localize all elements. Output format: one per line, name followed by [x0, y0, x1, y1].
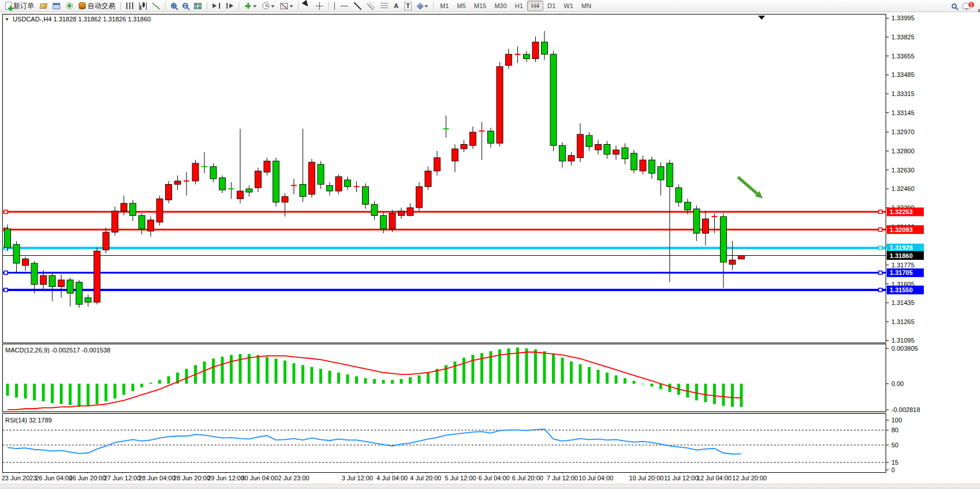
text-label-button[interactable]: T [401, 1, 415, 12]
candle-body [112, 211, 118, 232]
candle-body [299, 185, 306, 197]
line-chart-button[interactable] [149, 1, 163, 12]
hline-anchor-right[interactable] [879, 228, 882, 231]
price-tick: 1.33655 [891, 53, 915, 60]
signals-button[interactable] [63, 1, 76, 12]
zoom-out-button[interactable] [180, 1, 191, 12]
candle-body [130, 203, 136, 215]
fibonacci-button[interactable]: F [378, 1, 391, 12]
timeframe-m15-button[interactable]: M15 [470, 1, 490, 11]
vertical-line-icon [334, 2, 335, 10]
time-label: 28 Jun 04:00 [138, 475, 175, 481]
arrows-button[interactable] [415, 1, 431, 12]
auto-trading-label: 自动交易 [87, 1, 115, 11]
candle-body [460, 144, 467, 149]
candlestick-chart-button[interactable] [136, 1, 149, 12]
hline-anchor-left[interactable] [4, 271, 8, 274]
macd-bar [373, 379, 376, 384]
macd-bar [149, 383, 152, 384]
timeframe-m30-button[interactable]: M30 [491, 1, 511, 11]
macd-bar [266, 357, 269, 384]
price-tick: 1.31435 [891, 299, 915, 306]
candle-body [309, 162, 315, 194]
candle-body [94, 251, 100, 302]
timeframe-h4-button[interactable]: H4 [527, 1, 543, 11]
timeframe-mn-button[interactable]: MN [577, 1, 595, 11]
indicators-button[interactable] [242, 1, 259, 12]
time-label: 10 Jul 04:00 [579, 475, 613, 481]
candle-body [281, 197, 288, 203]
new-order-button[interactable]: 新订单 [2, 1, 37, 12]
rsi-tick: 0 [891, 466, 895, 473]
timeframe-h1-button[interactable]: H1 [511, 1, 527, 11]
hline-anchor-right[interactable] [879, 271, 882, 274]
macd-bar [615, 376, 617, 384]
macd-bar [292, 363, 295, 384]
crosshair-button[interactable] [313, 1, 326, 12]
hline-anchor-left[interactable] [4, 210, 8, 214]
bar-chart-button[interactable] [123, 1, 136, 12]
macd-bar [561, 358, 564, 384]
macd-bar [534, 350, 537, 384]
macd-bar [96, 384, 98, 404]
timeframe-bar: M1M5M15M30H1H4D1W1MN [436, 1, 595, 11]
macd-bar [122, 384, 125, 395]
search-button[interactable] [949, 1, 960, 12]
channel-button[interactable]: E [364, 1, 378, 12]
price-tick: 1.32970 [891, 128, 915, 135]
macd-bar [355, 376, 358, 384]
macd-bar [570, 362, 573, 384]
auto-trading-button[interactable]: 自动交易 [76, 1, 118, 12]
hline-anchor-left[interactable] [4, 288, 8, 292]
hline-anchor-right[interactable] [879, 210, 882, 214]
candle-body [31, 263, 38, 284]
macd-pane [3, 344, 886, 412]
macd-bar [140, 384, 143, 387]
chart-shift-button[interactable] [223, 1, 236, 12]
toolbar-separator [207, 2, 207, 10]
shapes-icon [416, 2, 424, 10]
candle-body [398, 211, 404, 216]
tile-windows-button[interactable] [191, 1, 204, 12]
macd-bar [60, 384, 63, 404]
auto-trading-icon [79, 2, 86, 9]
chart-window[interactable]: 1.339951.338251.336551.334851.333151.331… [0, 12, 980, 484]
periods-button[interactable] [259, 1, 277, 12]
macd-tick: -0.002818 [891, 406, 920, 413]
text-button[interactable]: A [391, 1, 401, 12]
toolbar-separator [328, 2, 329, 10]
timeframe-d1-button[interactable]: D1 [543, 1, 560, 11]
market-watch-button[interactable] [37, 1, 50, 12]
terminal-button[interactable] [50, 1, 63, 12]
price-tick: 1.33825 [891, 34, 915, 41]
auto-scroll-button[interactable] [210, 1, 223, 12]
price-tick: 1.33145 [891, 109, 915, 116]
rsi-tick: 100 [891, 417, 902, 424]
timeframe-w1-button[interactable]: W1 [560, 1, 577, 11]
horizontal-line-button[interactable] [338, 1, 351, 12]
candle-body [192, 163, 199, 181]
templates-button[interactable] [277, 1, 296, 12]
cursor-button[interactable] [301, 1, 313, 12]
symbol-header[interactable]: ▼ USDCAD-,H4 1.31828 1.31862 1.31826 1.3… [5, 16, 151, 23]
macd-bar [364, 378, 367, 384]
macd-bar [114, 384, 116, 399]
chart-canvas[interactable]: 1.339951.338251.336551.334851.333151.331… [0, 12, 980, 484]
hline-anchor-right[interactable] [879, 288, 882, 292]
time-label: 10 Jul 20:00 [629, 475, 664, 481]
time-axis[interactable]: 23 Jun 202326 Jun 04:0026 Jun 20:0027 Ju… [0, 473, 886, 484]
candle-body [327, 186, 333, 192]
symbol-dropdown-icon[interactable]: ▼ [5, 17, 9, 22]
timeframe-m5-button[interactable]: M5 [453, 1, 470, 11]
hline-anchor-right[interactable] [879, 246, 882, 249]
trendline-button[interactable] [351, 1, 364, 12]
macd-bar [310, 367, 313, 384]
timeframe-m1-button[interactable]: M1 [436, 1, 453, 11]
price-tag-text: 1.31928 [890, 244, 913, 251]
vertical-line-button[interactable] [331, 1, 338, 12]
notifications-button[interactable]: 1 [960, 1, 974, 12]
new-order-label: 新订单 [13, 1, 34, 11]
main-price-pane [3, 14, 886, 343]
zoom-in-button[interactable] [168, 1, 180, 12]
time-label: 30 Jun 04:00 [241, 475, 278, 481]
